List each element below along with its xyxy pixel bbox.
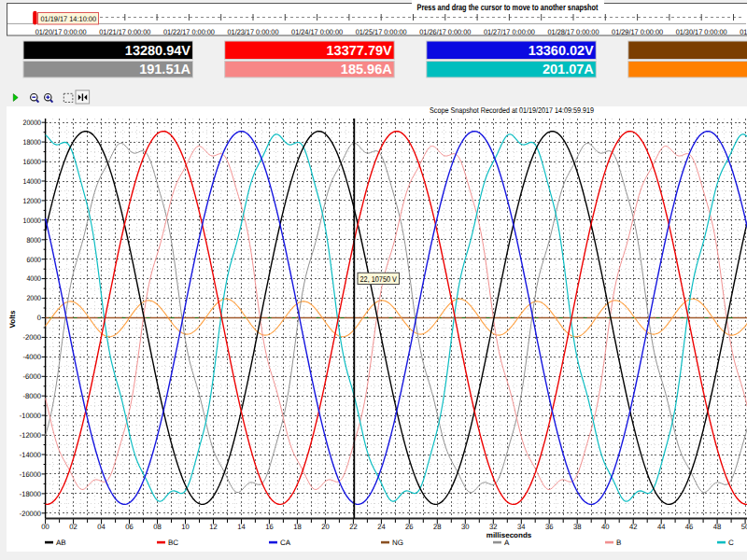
svg-text:AB: AB: [56, 539, 66, 547]
svg-text:CA: CA: [280, 539, 291, 547]
svg-text:-4000: -4000: [23, 353, 42, 361]
svg-text:-2000: -2000: [23, 333, 42, 342]
svg-text:-10000: -10000: [20, 412, 42, 420]
svg-text:-12000: -12000: [20, 431, 42, 440]
svg-text:6000: 6000: [26, 256, 41, 264]
svg-text:-18000: -18000: [20, 490, 42, 498]
svg-text:191.51A: 191.51A: [139, 63, 190, 77]
svg-text:4000: 4000: [26, 274, 41, 283]
svg-text:08: 08: [153, 523, 162, 531]
svg-text:01/21/17 0:00:00: 01/21/17 0:00:00: [99, 28, 150, 36]
svg-text:12: 12: [209, 523, 218, 531]
svg-text:24: 24: [377, 523, 386, 531]
svg-text:C: C: [728, 539, 734, 547]
svg-text:01/27/17 0:00:00: 01/27/17 0:00:00: [484, 28, 535, 36]
svg-text:NG: NG: [392, 539, 403, 547]
svg-text:185.96A: 185.96A: [341, 63, 392, 77]
svg-text:00: 00: [41, 523, 49, 531]
svg-text:milliseconds: milliseconds: [486, 531, 532, 539]
svg-text:34: 34: [517, 523, 526, 531]
svg-text:01/22/17 0:00:00: 01/22/17 0:00:00: [163, 28, 215, 36]
svg-text:14000: 14000: [23, 177, 42, 186]
svg-text:20: 20: [321, 523, 330, 531]
svg-text:01/24/17 0:00:00: 01/24/17 0:00:00: [291, 28, 343, 36]
svg-text:0: 0: [37, 314, 42, 322]
svg-text:18: 18: [293, 523, 302, 531]
svg-text:02: 02: [69, 523, 78, 531]
svg-text:01/31/17 0:00:00: 01/31/17 0:00:00: [740, 28, 747, 36]
svg-text:2000: 2000: [26, 294, 41, 302]
svg-text:-6000: -6000: [23, 372, 42, 381]
svg-text:18000: 18000: [23, 138, 42, 147]
svg-text:01/30/17 0:00:00: 01/30/17 0:00:00: [676, 28, 727, 36]
svg-text:BC: BC: [168, 539, 178, 547]
svg-text:01/20/17 0:00:00: 01/20/17 0:00:00: [35, 28, 87, 36]
svg-text:42: 42: [629, 523, 638, 531]
svg-text:20000: 20000: [23, 119, 42, 127]
svg-text:26: 26: [405, 523, 414, 531]
svg-text:12000: 12000: [23, 197, 42, 205]
svg-text:22, 10750 V: 22, 10750 V: [360, 274, 398, 284]
svg-text:Press and drag the cursor to m: Press and drag the cursor to move to ano…: [417, 3, 599, 13]
svg-text:14: 14: [237, 523, 246, 531]
svg-text:13280.94V: 13280.94V: [125, 44, 190, 59]
svg-text:28: 28: [433, 523, 442, 531]
svg-text:B: B: [616, 539, 621, 547]
svg-text:13360.02V: 13360.02V: [529, 44, 594, 59]
svg-text:04: 04: [97, 523, 106, 531]
svg-text:-14000: -14000: [20, 451, 42, 459]
svg-text:-20000: -20000: [20, 510, 42, 518]
svg-text:-8000: -8000: [23, 392, 42, 400]
svg-text:01/29/17 0:00:00: 01/29/17 0:00:00: [612, 28, 663, 36]
svg-text:201.07A: 201.07A: [543, 63, 594, 77]
svg-text:06: 06: [125, 523, 134, 531]
svg-text:22: 22: [349, 523, 358, 531]
svg-text:36: 36: [545, 523, 554, 531]
svg-text:46: 46: [685, 523, 694, 531]
svg-text:01/25/17 0:00:00: 01/25/17 0:00:00: [356, 28, 407, 36]
svg-text:32: 32: [489, 523, 498, 531]
svg-text:-16000: -16000: [20, 470, 42, 479]
svg-text:16: 16: [265, 523, 274, 531]
svg-text:13377.79V: 13377.79V: [327, 44, 392, 59]
svg-text:01/23/17 0:00:00: 01/23/17 0:00:00: [228, 28, 279, 36]
svg-text:44: 44: [657, 523, 666, 531]
svg-text:50: 50: [741, 523, 747, 531]
svg-text:8000: 8000: [26, 236, 41, 245]
svg-text:Volts: Volts: [8, 310, 17, 329]
svg-text:01/19/17 14:10:00: 01/19/17 14:10:00: [41, 15, 97, 23]
svg-text:48: 48: [713, 523, 722, 531]
svg-text:38: 38: [573, 523, 582, 531]
svg-text:Scope Snapshot Recorded at 01/: Scope Snapshot Recorded at 01/19/2017 14…: [430, 105, 594, 115]
svg-text:40: 40: [601, 523, 610, 531]
svg-text:16000: 16000: [23, 158, 42, 166]
svg-text:01/28/17 0:00:00: 01/28/17 0:00:00: [548, 28, 599, 36]
svg-text:A: A: [504, 539, 510, 547]
svg-text:10: 10: [181, 523, 190, 531]
svg-text:30: 30: [461, 523, 470, 531]
svg-text:10000: 10000: [23, 217, 42, 225]
svg-text:01/26/17 0:00:00: 01/26/17 0:00:00: [419, 28, 471, 36]
